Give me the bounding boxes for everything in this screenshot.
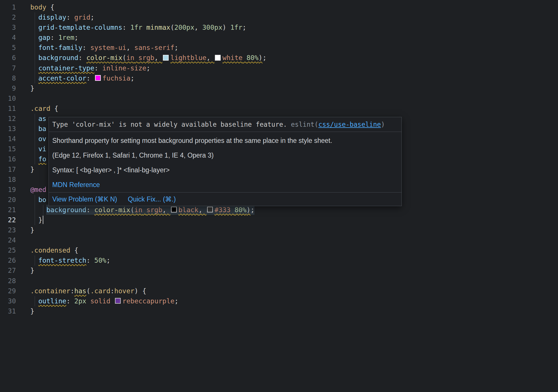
color-swatch[interactable] <box>95 75 101 81</box>
code-line[interactable]: 11.card { <box>0 104 558 114</box>
code-line[interactable]: 24 <box>0 235 558 245</box>
syntax-line: Syntax: [ <bg-layer> , ]* <final-bg-laye… <box>52 166 398 174</box>
warning-squiggle: color-mix(in srgb, black, #333 80%) <box>94 206 251 214</box>
warning-squiggle: container-type <box>38 64 94 72</box>
code-text: @med <box>30 185 46 195</box>
line-number: 28 <box>0 276 16 286</box>
line-number: 14 <box>0 134 16 144</box>
code-token <box>30 257 38 264</box>
code-text: ov <box>30 134 46 144</box>
line-number: 29 <box>0 286 16 296</box>
eslint-source-suffix: ) <box>381 121 385 128</box>
code-token <box>30 216 38 224</box>
problem-highlight: background: color-mix(in srgb, black, #3… <box>46 205 254 215</box>
code-text: gap: 1rem; <box>30 33 78 43</box>
code-text: .condensed { <box>30 245 78 255</box>
use-baseline-rule-link[interactable]: css/use-baseline <box>318 121 381 128</box>
code-token: : <box>122 24 131 31</box>
hover-warning-message: Type 'color-mix' is not a widely availab… <box>52 121 287 128</box>
view-problem-link[interactable]: View Problem (⌘K N) <box>52 195 117 203</box>
hover-popup: Type 'color-mix' is not a widely availab… <box>49 117 402 206</box>
property-description: Shorthand property for setting most back… <box>52 137 398 145</box>
code-token: minmax <box>146 24 170 31</box>
line-number: 7 <box>0 63 16 73</box>
code-token: : <box>66 14 75 21</box>
code-token: ; <box>106 257 110 264</box>
line-number: 22 <box>0 215 16 225</box>
code-token: ( <box>130 206 134 214</box>
code-line[interactable]: 28 <box>0 276 558 286</box>
code-token: ; <box>131 74 135 82</box>
code-token: rebeccapurple <box>122 297 174 305</box>
color-swatch[interactable] <box>163 55 169 61</box>
code-line[interactable]: 27} <box>0 266 558 276</box>
code-line[interactable]: 7 container-type: inline-size; <box>0 63 558 73</box>
warning-squiggle: has <box>74 287 86 295</box>
line-number: 8 <box>0 73 16 83</box>
code-line[interactable]: 26 font-stretch: 50%; <box>0 255 558 266</box>
code-token: ; <box>174 297 178 305</box>
code-token: , <box>162 206 170 214</box>
code-token: .card <box>30 105 50 112</box>
code-token: ) <box>134 287 138 295</box>
color-swatch[interactable] <box>207 207 213 212</box>
code-line[interactable]: 4 gap: 1rem; <box>0 33 558 43</box>
code-line[interactable]: 1body { <box>0 2 558 12</box>
code-line[interactable]: 31} <box>0 306 558 316</box>
code-line[interactable]: 6 background: color-mix(in srgb, lightbl… <box>0 53 558 63</box>
code-text: } <box>30 83 34 94</box>
code-token: fuchsia <box>103 74 131 82</box>
code-line[interactable]: 21 background: color-mix(in srgb, black,… <box>0 205 558 215</box>
code-token: font-stretch <box>38 257 86 264</box>
code-text: } <box>30 215 43 225</box>
line-number: 17 <box>0 165 16 175</box>
quick-fix-link[interactable]: Quick Fix... (⌘.) <box>128 195 176 203</box>
code-line[interactable]: 25.condensed { <box>0 245 558 255</box>
code-line[interactable]: 10 <box>0 94 558 104</box>
color-swatch[interactable] <box>115 298 121 304</box>
code-token: , <box>198 206 207 214</box>
color-swatch[interactable] <box>171 207 177 212</box>
code-text: outline: 2px solid rebeccapurple; <box>30 296 178 306</box>
line-number: 4 <box>0 33 16 43</box>
mdn-reference-link[interactable]: MDN Reference <box>52 181 100 188</box>
line-number: 9 <box>0 83 16 94</box>
code-token: : <box>50 34 58 41</box>
code-line[interactable]: 23} <box>0 225 558 235</box>
code-line[interactable]: 5 font-family: system-ui, sans-serif; <box>0 43 558 53</box>
code-line[interactable]: 3 grid-template-columns: 1fr minmax(200p… <box>0 23 558 33</box>
code-text: font-family: system-ui, sans-serif; <box>30 43 178 53</box>
code-line[interactable]: 29.container:has(.card:hover) { <box>0 286 558 296</box>
code-token <box>243 54 247 61</box>
code-token: .card <box>90 287 110 295</box>
code-line[interactable]: 2 display: grid; <box>0 12 558 23</box>
code-token: #333 <box>215 206 230 214</box>
line-number: 19 <box>0 185 16 195</box>
code-line[interactable]: 8 accent-color: fuchsia; <box>0 73 558 83</box>
code-token: ; <box>242 24 246 31</box>
code-line[interactable]: 22 } <box>0 215 558 225</box>
code-token: { <box>46 3 54 11</box>
code-token: .container <box>30 287 70 295</box>
code-token: 300px <box>202 24 222 31</box>
browser-support: (Edge 12, Firefox 1, Safari 1, Chrome 1,… <box>52 151 398 159</box>
code-text: bo <box>30 195 46 205</box>
code-line[interactable]: 30 outline: 2px solid rebeccapurple; <box>0 296 558 306</box>
code-token: solid <box>90 297 110 305</box>
clipped-warning-squiggle <box>199 0 312 1</box>
line-number: 3 <box>0 23 16 33</box>
code-text: } <box>30 165 34 175</box>
code-token: fo <box>38 155 46 163</box>
code-token: : <box>110 287 114 295</box>
code-text: background: color-mix(in srgb, lightblue… <box>30 53 267 63</box>
color-swatch[interactable] <box>215 55 221 61</box>
code-token: grid-template-columns <box>38 24 122 31</box>
line-number: 31 <box>0 306 16 316</box>
code-token: } <box>30 267 34 274</box>
code-token: 1fr <box>130 24 142 31</box>
code-token: hover <box>114 287 134 295</box>
hover-warning-row: Type 'color-mix' is not a widely availab… <box>49 117 401 132</box>
code-line[interactable]: 9} <box>0 83 558 94</box>
code-token <box>134 54 138 61</box>
code-text: body { <box>30 2 54 12</box>
